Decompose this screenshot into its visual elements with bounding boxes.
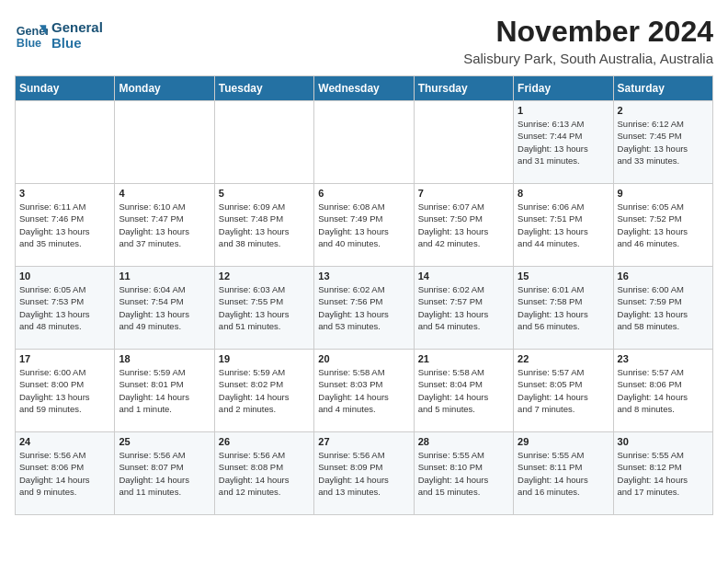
page-header: General Blue General Blue November 2024 … — [15, 15, 713, 66]
logo-text-general: General — [51, 19, 103, 35]
day-header-monday: Monday — [115, 76, 214, 101]
day-info: Sunrise: 6:13 AMSunset: 7:44 PMDaylight:… — [518, 118, 609, 167]
day-info: Sunrise: 5:56 AMSunset: 8:07 PMDaylight:… — [119, 449, 210, 498]
day-number: 23 — [618, 353, 709, 364]
calendar-title: November 2024 — [463, 15, 713, 49]
calendar-cell: 28Sunrise: 5:55 AMSunset: 8:10 PMDayligh… — [414, 432, 513, 515]
calendar-header: SundayMondayTuesdayWednesdayThursdayFrid… — [16, 76, 713, 101]
day-number: 17 — [19, 353, 110, 364]
logo-icon: General Blue — [15, 18, 48, 52]
calendar-cell: 9Sunrise: 6:05 AMSunset: 7:52 PMDaylight… — [613, 184, 712, 267]
day-info: Sunrise: 6:05 AMSunset: 7:52 PMDaylight:… — [618, 201, 709, 249]
day-number: 19 — [219, 353, 310, 364]
calendar-cell — [115, 101, 214, 184]
day-number: 12 — [219, 270, 310, 282]
day-number: 3 — [19, 188, 110, 199]
day-number: 11 — [119, 270, 210, 282]
calendar-cell: 19Sunrise: 5:59 AMSunset: 8:02 PMDayligh… — [214, 350, 313, 432]
day-header-wednesday: Wednesday — [314, 76, 414, 101]
day-info: Sunrise: 6:08 AMSunset: 7:49 PMDaylight:… — [318, 201, 409, 249]
day-info: Sunrise: 6:03 AMSunset: 7:55 PMDaylight:… — [219, 283, 310, 332]
calendar-table: SundayMondayTuesdayWednesdayThursdayFrid… — [15, 75, 713, 515]
calendar-cell — [16, 101, 115, 184]
calendar-cell: 21Sunrise: 5:58 AMSunset: 8:04 PMDayligh… — [414, 350, 513, 432]
day-number: 2 — [618, 105, 709, 116]
day-number: 9 — [618, 188, 709, 199]
calendar-cell: 24Sunrise: 5:56 AMSunset: 8:06 PMDayligh… — [16, 432, 115, 515]
day-number: 7 — [418, 188, 509, 199]
day-info: Sunrise: 5:56 AMSunset: 8:08 PMDaylight:… — [219, 449, 310, 498]
calendar-cell: 3Sunrise: 6:11 AMSunset: 7:46 PMDaylight… — [16, 184, 115, 267]
day-info: Sunrise: 6:02 AMSunset: 7:57 PMDaylight:… — [418, 283, 509, 332]
calendar-cell: 14Sunrise: 6:02 AMSunset: 7:57 PMDayligh… — [414, 267, 513, 350]
day-info: Sunrise: 5:57 AMSunset: 8:06 PMDaylight:… — [618, 366, 709, 415]
calendar-cell: 10Sunrise: 6:05 AMSunset: 7:53 PMDayligh… — [16, 267, 115, 350]
calendar-cell: 18Sunrise: 5:59 AMSunset: 8:01 PMDayligh… — [115, 350, 214, 432]
day-number: 16 — [618, 270, 709, 282]
calendar-cell: 7Sunrise: 6:07 AMSunset: 7:50 PMDaylight… — [414, 184, 513, 267]
calendar-subtitle: Salisbury Park, South Australia, Austral… — [463, 51, 713, 66]
day-info: Sunrise: 6:00 AMSunset: 7:59 PMDaylight:… — [618, 283, 709, 332]
calendar-cell: 1Sunrise: 6:13 AMSunset: 7:44 PMDaylight… — [514, 101, 613, 184]
day-number: 29 — [518, 436, 609, 447]
day-number: 24 — [19, 436, 110, 447]
day-info: Sunrise: 5:56 AMSunset: 8:09 PMDaylight:… — [318, 449, 409, 498]
day-info: Sunrise: 5:55 AMSunset: 8:12 PMDaylight:… — [618, 449, 709, 498]
day-number: 25 — [119, 436, 210, 447]
calendar-cell: 26Sunrise: 5:56 AMSunset: 8:08 PMDayligh… — [214, 432, 313, 515]
calendar-cell — [214, 101, 313, 184]
day-header-thursday: Thursday — [414, 76, 513, 101]
calendar-week-2: 3Sunrise: 6:11 AMSunset: 7:46 PMDaylight… — [16, 184, 713, 267]
calendar-cell: 20Sunrise: 5:58 AMSunset: 8:03 PMDayligh… — [314, 350, 414, 432]
day-number: 8 — [518, 188, 609, 199]
day-info: Sunrise: 5:56 AMSunset: 8:06 PMDaylight:… — [19, 449, 110, 498]
calendar-cell: 30Sunrise: 5:55 AMSunset: 8:12 PMDayligh… — [613, 432, 712, 515]
svg-text:Blue: Blue — [17, 37, 41, 50]
calendar-cell: 16Sunrise: 6:00 AMSunset: 7:59 PMDayligh… — [613, 267, 712, 350]
calendar-week-4: 17Sunrise: 6:00 AMSunset: 8:00 PMDayligh… — [16, 350, 713, 432]
calendar-cell: 2Sunrise: 6:12 AMSunset: 7:45 PMDaylight… — [613, 101, 712, 184]
day-info: Sunrise: 5:58 AMSunset: 8:04 PMDaylight:… — [418, 366, 509, 415]
day-info: Sunrise: 5:59 AMSunset: 8:01 PMDaylight:… — [119, 366, 210, 415]
day-info: Sunrise: 5:55 AMSunset: 8:10 PMDaylight:… — [418, 449, 509, 498]
calendar-cell: 27Sunrise: 5:56 AMSunset: 8:09 PMDayligh… — [314, 432, 414, 515]
day-number: 5 — [219, 188, 310, 199]
day-number: 18 — [119, 353, 210, 364]
day-number: 26 — [219, 436, 310, 447]
day-info: Sunrise: 5:55 AMSunset: 8:11 PMDaylight:… — [518, 449, 609, 498]
day-info: Sunrise: 6:10 AMSunset: 7:47 PMDaylight:… — [119, 201, 210, 249]
calendar-cell: 13Sunrise: 6:02 AMSunset: 7:56 PMDayligh… — [314, 267, 414, 350]
logo: General Blue General Blue — [15, 18, 103, 52]
calendar-cell: 17Sunrise: 6:00 AMSunset: 8:00 PMDayligh… — [16, 350, 115, 432]
day-info: Sunrise: 6:05 AMSunset: 7:53 PMDaylight:… — [19, 283, 110, 332]
day-info: Sunrise: 6:11 AMSunset: 7:46 PMDaylight:… — [19, 201, 110, 249]
day-number: 20 — [318, 353, 409, 364]
title-block: November 2024 Salisbury Park, South Aust… — [463, 15, 713, 66]
calendar-cell: 11Sunrise: 6:04 AMSunset: 7:54 PMDayligh… — [115, 267, 214, 350]
calendar-cell: 29Sunrise: 5:55 AMSunset: 8:11 PMDayligh… — [514, 432, 613, 515]
day-number: 22 — [518, 353, 609, 364]
day-number: 14 — [418, 270, 509, 282]
day-number: 27 — [318, 436, 409, 447]
day-info: Sunrise: 5:59 AMSunset: 8:02 PMDaylight:… — [219, 366, 310, 415]
day-info: Sunrise: 5:58 AMSunset: 8:03 PMDaylight:… — [318, 366, 409, 415]
day-info: Sunrise: 6:00 AMSunset: 8:00 PMDaylight:… — [19, 366, 110, 415]
day-number: 21 — [418, 353, 509, 364]
day-header-saturday: Saturday — [613, 76, 712, 101]
day-info: Sunrise: 6:04 AMSunset: 7:54 PMDaylight:… — [119, 283, 210, 332]
calendar-cell — [314, 101, 414, 184]
calendar-week-1: 1Sunrise: 6:13 AMSunset: 7:44 PMDaylight… — [16, 101, 713, 184]
day-number: 30 — [618, 436, 709, 447]
calendar-week-3: 10Sunrise: 6:05 AMSunset: 7:53 PMDayligh… — [16, 267, 713, 350]
day-number: 6 — [318, 188, 409, 199]
day-header-tuesday: Tuesday — [214, 76, 313, 101]
day-info: Sunrise: 6:07 AMSunset: 7:50 PMDaylight:… — [418, 201, 509, 249]
day-number: 4 — [119, 188, 210, 199]
day-number: 10 — [19, 270, 110, 282]
logo-text-blue: Blue — [51, 35, 103, 51]
calendar-cell: 23Sunrise: 5:57 AMSunset: 8:06 PMDayligh… — [613, 350, 712, 432]
calendar-cell: 25Sunrise: 5:56 AMSunset: 8:07 PMDayligh… — [115, 432, 214, 515]
calendar-cell: 15Sunrise: 6:01 AMSunset: 7:58 PMDayligh… — [514, 267, 613, 350]
day-info: Sunrise: 6:01 AMSunset: 7:58 PMDaylight:… — [518, 283, 609, 332]
day-header-friday: Friday — [514, 76, 613, 101]
